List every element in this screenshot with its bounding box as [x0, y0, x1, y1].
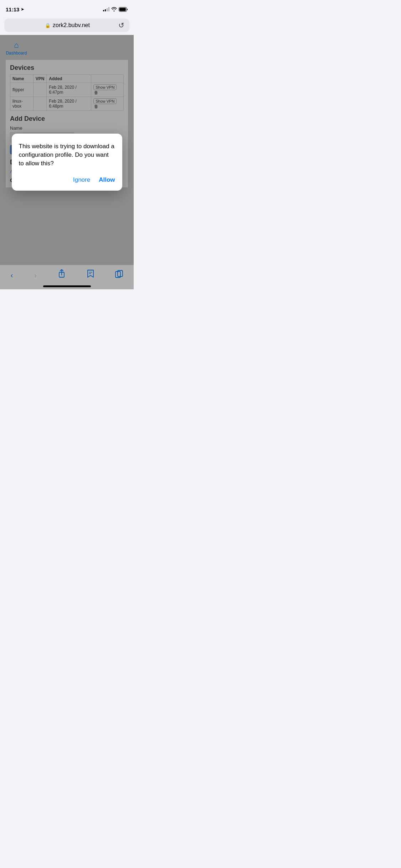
modal-message: This website is trying to download a con… — [19, 142, 115, 167]
url-text: zork2.bubv.net — [53, 22, 90, 29]
lock-icon: 🔒 — [45, 23, 51, 28]
page-wrapper: 11:13 ➤ — [0, 0, 134, 289]
signal-bar-2 — [105, 9, 106, 11]
battery-icon — [119, 7, 128, 12]
signal-bars — [103, 7, 109, 11]
scrollable-area: ⌂ Dashboard Devices Name VPN Added — [0, 35, 134, 289]
signal-bar-4 — [108, 7, 109, 11]
address-bar[interactable]: 🔒 zork2.bubv.net ↺ — [4, 19, 129, 32]
location-icon: ➤ — [21, 7, 24, 12]
page-content: ⌂ Dashboard Devices Name VPN Added — [0, 35, 134, 289]
status-bar: 11:13 ➤ — [0, 0, 134, 16]
wifi-icon — [111, 7, 117, 11]
reload-button[interactable]: ↺ — [118, 21, 124, 30]
address-bar-center: 🔒 zork2.bubv.net — [45, 22, 90, 29]
modal-dialog: This website is trying to download a con… — [12, 134, 122, 190]
ignore-button[interactable]: Ignore — [73, 175, 90, 185]
status-time: 11:13 — [6, 6, 19, 12]
address-bar-container: 🔒 zork2.bubv.net ↺ — [0, 16, 134, 35]
svg-rect-1 — [119, 8, 126, 11]
allow-button[interactable]: Allow — [99, 175, 115, 185]
modal-buttons: Ignore Allow — [19, 175, 115, 185]
modal-overlay: This website is trying to download a con… — [0, 35, 134, 289]
status-icons — [103, 7, 128, 12]
signal-bar-1 — [103, 10, 104, 11]
signal-bar-3 — [107, 8, 108, 11]
